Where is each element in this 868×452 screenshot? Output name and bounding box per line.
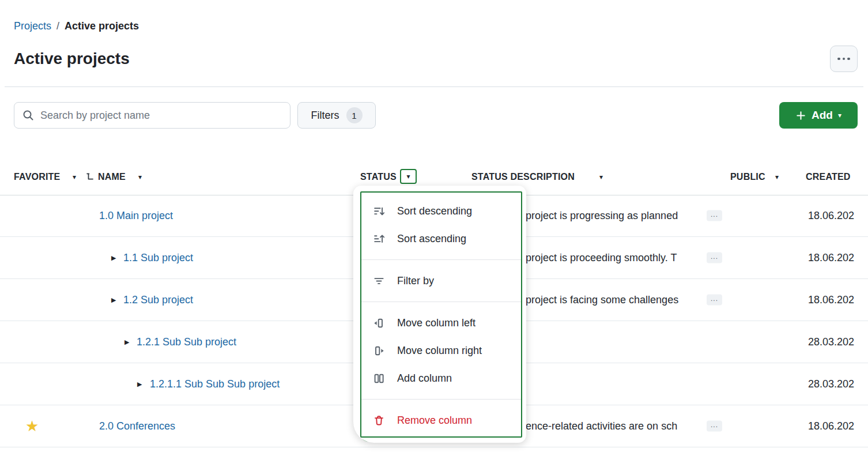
filters-label: Filters xyxy=(311,110,339,122)
title-divider xyxy=(5,86,863,87)
column-header-name[interactable]: NAME xyxy=(98,170,126,184)
project-name-link[interactable]: 1.1 Sub project xyxy=(123,252,193,264)
status-column-menu-toggle[interactable]: ▾ xyxy=(400,169,417,184)
created-date: 28.03.202 xyxy=(808,378,854,390)
project-name-link[interactable]: 1.2.1.1 Sub Sub Sub project xyxy=(150,378,280,390)
trash-icon xyxy=(373,415,385,427)
filter-icon xyxy=(373,275,385,287)
status-description-text: project is proceeding smoothly. T xyxy=(526,252,700,264)
column-header-status[interactable]: STATUS xyxy=(360,170,397,184)
menu-item-filter-by[interactable]: Filter by xyxy=(361,267,521,295)
add-label: Add xyxy=(812,109,833,122)
menu-item-move-column-left[interactable]: Move column left xyxy=(361,309,521,337)
column-header-favorite[interactable]: FAVORITE xyxy=(14,170,60,184)
project-search xyxy=(14,102,290,129)
created-date: 28.03.202 xyxy=(808,336,854,348)
column-header-status-description[interactable]: STATUS DESCRIPTION xyxy=(471,170,575,184)
menu-divider xyxy=(361,259,521,260)
created-date: 18.06.202 xyxy=(808,210,854,222)
expand-arrow-icon[interactable]: ▶ xyxy=(111,296,116,304)
breadcrumb: Projects/Active projects xyxy=(14,20,139,32)
menu-item-sort-ascending[interactable]: Sort ascending xyxy=(361,225,521,253)
public-sort-caret-icon[interactable]: ▾ xyxy=(775,174,779,180)
page-title: Active projects xyxy=(14,50,130,68)
menu-item-remove-column[interactable]: Remove column xyxy=(361,406,521,434)
expand-arrow-icon[interactable]: ▶ xyxy=(137,381,142,388)
menu-divider xyxy=(361,399,521,400)
expand-description-button[interactable]: ... xyxy=(707,295,722,306)
name-sort-caret-icon[interactable]: ▾ xyxy=(138,174,142,180)
search-input[interactable] xyxy=(40,110,282,122)
ellipsis-icon xyxy=(837,58,850,61)
column-header-created[interactable]: CREATED xyxy=(806,170,851,184)
favorite-star-icon[interactable]: ★ xyxy=(25,417,39,435)
expand-description-button[interactable]: ... xyxy=(707,421,722,432)
add-column-icon xyxy=(373,372,385,385)
plus-icon xyxy=(795,110,806,121)
favorite-sort-caret-icon[interactable]: ▾ xyxy=(73,174,76,180)
expand-description-button[interactable]: ... xyxy=(707,210,722,221)
expand-arrow-icon[interactable]: ▶ xyxy=(111,254,116,262)
status-description-text: project is progressing as planned xyxy=(526,210,700,222)
chevron-down-icon: ▾ xyxy=(406,173,410,180)
search-icon xyxy=(22,110,34,121)
move-column-left-icon xyxy=(373,317,385,329)
breadcrumb-projects-link[interactable]: Projects xyxy=(14,20,51,32)
menu-divider xyxy=(361,302,521,302)
add-button[interactable]: Add ▾ xyxy=(779,102,858,129)
active-projects-page: Projects/Active projects Active projects… xyxy=(0,0,868,452)
sort-descending-icon xyxy=(373,205,385,217)
move-column-right-icon xyxy=(373,345,385,357)
project-name-link[interactable]: 2.0 Conferences xyxy=(99,420,175,432)
created-date: 18.06.202 xyxy=(808,294,854,306)
sort-ascending-icon xyxy=(373,233,385,245)
project-name-link[interactable]: 1.0 Main project xyxy=(99,210,173,222)
status-column-menu: Sort descending Sort ascending Filter by xyxy=(353,186,526,443)
filters-count-badge: 1 xyxy=(346,107,363,123)
project-name-link[interactable]: 1.2 Sub project xyxy=(123,294,193,306)
breadcrumb-current: Active projects xyxy=(65,20,139,32)
status-description-text: project is facing some challenges xyxy=(526,294,700,306)
menu-item-add-column[interactable]: Add column xyxy=(361,364,521,392)
created-date: 18.06.202 xyxy=(808,252,854,264)
expand-description-button[interactable]: ... xyxy=(707,253,722,263)
filters-button[interactable]: Filters 1 xyxy=(297,102,376,129)
project-name-link[interactable]: 1.2.1 Sub Sub project xyxy=(137,336,236,348)
menu-item-sort-descending[interactable]: Sort descending xyxy=(361,197,521,225)
hierarchy-icon[interactable] xyxy=(86,172,95,181)
breadcrumb-separator: / xyxy=(56,20,59,32)
status-description-text: ence-related activities are on sch xyxy=(526,420,700,432)
menu-item-move-column-right[interactable]: Move column right xyxy=(361,337,521,364)
page-more-options-button[interactable] xyxy=(830,46,858,72)
status-description-sort-caret-icon[interactable]: ▾ xyxy=(599,174,603,180)
created-date: 18.06.202 xyxy=(808,420,854,432)
column-header-public[interactable]: PUBLIC xyxy=(730,170,765,184)
chevron-down-icon: ▾ xyxy=(838,112,841,119)
expand-arrow-icon[interactable]: ▶ xyxy=(124,338,129,346)
